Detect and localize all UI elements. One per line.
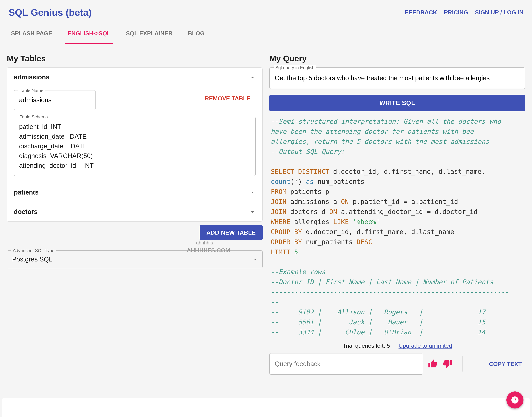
sql-text: num_patients [314, 178, 364, 185]
my-tables-title: My Tables [7, 54, 263, 63]
sql-kw: as [306, 178, 314, 185]
main: My Tables admissions Table Name REMOVE T… [0, 44, 532, 375]
query-label: Sql query in English [274, 65, 316, 70]
right-panel: My Query Sql query in English WRITE SQL … [269, 54, 525, 375]
sql-type-select-wrap: Advanced: SQL Type Postgres SQL [7, 250, 263, 268]
separator [462, 356, 463, 372]
sql-text: patients p [286, 188, 329, 195]
tables-panel: admissions Table Name REMOVE TABLE Table… [7, 67, 263, 222]
sql-type-label: Advanced: SQL Type [11, 248, 56, 253]
sql-text: allergies [290, 218, 333, 226]
thumbs-down-icon[interactable] [443, 359, 452, 369]
table-name-admissions: admissions [14, 73, 49, 81]
table-header-doctors[interactable]: doctors [7, 202, 262, 221]
add-table-row: ADD NEW TABLE [7, 225, 263, 240]
sql-text: a.attending_doctor_id = d.doctor_id [337, 208, 478, 216]
feedback-input[interactable] [269, 353, 423, 375]
schema-input[interactable]: patient_id INT admission_date DATE disch… [14, 117, 256, 176]
sql-kw: LIMIT [271, 248, 290, 256]
sql-text: doctors d [286, 208, 329, 216]
left-panel: My Tables admissions Table Name REMOVE T… [7, 54, 263, 375]
chevron-down-icon [250, 209, 256, 215]
help-fab[interactable] [506, 391, 523, 408]
header-links: FEEDBACK PRICING SIGN UP / LOG IN [405, 9, 523, 16]
tab-english-sql[interactable]: ENGLISH->SQL [65, 24, 113, 44]
tab-splash[interactable]: SPLASH PAGE [9, 24, 55, 44]
sql-kw: SELECT [271, 168, 294, 175]
table-card-patients: patients [7, 183, 262, 202]
table-name-doctors: doctors [14, 208, 38, 216]
thumbs-up-icon[interactable] [428, 359, 437, 369]
sql-text: d.doctor_id, d.first_name, d.last_name [302, 228, 454, 236]
sql-kw: ON [341, 198, 349, 205]
write-sql-button[interactable]: WRITE SQL [269, 95, 525, 111]
table-body-admissions: Table Name REMOVE TABLE Table Schema pat… [7, 87, 262, 183]
tab-explainer[interactable]: SQL EXPLAINER [123, 24, 175, 44]
sql-num: 5 [290, 248, 298, 256]
feedback-link[interactable]: FEEDBACK [405, 9, 437, 16]
sql-kw: WHERE [271, 218, 290, 226]
sql-text: (*) [290, 178, 306, 185]
header: SQL Genius (beta) FEEDBACK PRICING SIGN … [0, 0, 532, 24]
feedback-row: COPY TEXT [269, 353, 525, 375]
sql-output: --Semi-structured interpretation: Given … [269, 116, 525, 337]
sql-kw: JOIN [271, 198, 286, 205]
signup-link[interactable]: SIGN UP / LOG IN [475, 9, 523, 16]
sql-example-comment: --Example rows --Doctor ID | First Name … [271, 268, 509, 336]
table-name-patients: patients [14, 189, 39, 196]
sql-kw: GROUP BY [271, 228, 302, 236]
trial-row: Trial queries left: 5 Upgrade to unlimit… [269, 342, 525, 349]
pricing-link[interactable]: PRICING [444, 9, 468, 16]
sql-text: admissions a [286, 198, 341, 205]
table-card-doctors: doctors [7, 202, 262, 221]
query-input[interactable] [269, 67, 525, 89]
table-name-input[interactable] [14, 90, 96, 110]
my-query-title: My Query [269, 54, 525, 63]
sql-comment: --Semi-structured interpretation: Given … [271, 118, 501, 155]
sql-kw: LIKE [333, 218, 349, 226]
table-name-field-wrap: Table Name [14, 90, 96, 110]
schema-label: Table Schema [18, 114, 50, 120]
chevron-up-icon [250, 74, 256, 80]
table-card-admissions: admissions Table Name REMOVE TABLE Table… [7, 68, 262, 183]
trial-text: Trial queries left: 5 [343, 342, 390, 349]
sql-kw: DESC [357, 238, 372, 246]
schema-field-wrap: Table Schema patient_id INT admission_da… [14, 117, 256, 176]
sql-text: p.patient_id = a.patient_id [349, 198, 458, 205]
sql-kw: JOIN [271, 208, 286, 216]
sql-text: d.doctor_id, d.first_name, d.last_name, [329, 168, 485, 175]
tab-blog[interactable]: BLOG [185, 24, 207, 44]
sql-kw: ON [329, 208, 337, 216]
sql-kw: DISTINCT [298, 168, 329, 175]
copy-text-button[interactable]: COPY TEXT [489, 361, 525, 367]
query-input-wrap: Sql query in English [269, 67, 525, 89]
table-name-label: Table Name [18, 88, 45, 93]
sql-kw: FROM [271, 188, 286, 195]
chevron-down-icon [250, 189, 256, 196]
remove-table-button[interactable]: REMOVE TABLE [205, 95, 256, 102]
sql-kw: ORDER BY [271, 238, 302, 246]
upgrade-link[interactable]: Upgrade to unlimited [399, 342, 452, 349]
sql-func: count [271, 178, 290, 185]
sql-string: '%bee%' [349, 218, 380, 226]
sql-text: num_patients [302, 238, 357, 246]
footer-bar [2, 398, 530, 417]
table-header-patients[interactable]: patients [7, 183, 262, 202]
tabs: SPLASH PAGE ENGLISH->SQL SQL EXPLAINER B… [0, 24, 532, 44]
logo[interactable]: SQL Genius (beta) [9, 7, 92, 18]
add-table-button[interactable]: ADD NEW TABLE [200, 225, 263, 240]
help-icon [511, 396, 519, 404]
table-header-admissions[interactable]: admissions [7, 68, 262, 87]
